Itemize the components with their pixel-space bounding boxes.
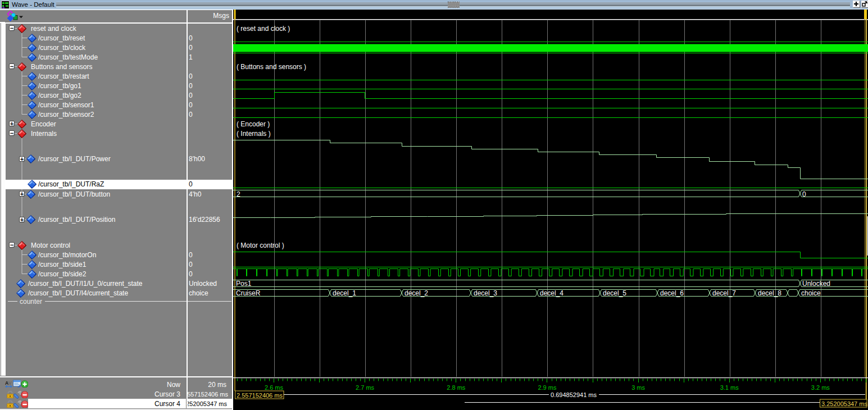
svg-text:3 ms: 3 ms [631,384,645,391]
svg-text:decel_2: decel_2 [405,289,428,297]
svg-text:2.557152406 ms: 2.557152406 ms [237,392,283,399]
svg-text:2: 2 [237,190,240,198]
svg-text:2.9 ms: 2.9 ms [538,384,557,391]
svg-text:2.8 ms: 2.8 ms [447,384,466,391]
svg-text:Pos1: Pos1 [236,280,252,288]
svg-text:decel_3: decel_3 [474,289,497,297]
svg-text:0.694852941 ms: 0.694852941 ms [551,391,597,398]
svg-text:( Motor control ): ( Motor control ) [237,242,284,249]
svg-text:( reset and clock ): ( reset and clock ) [237,25,290,33]
svg-text:decel_5: decel_5 [603,289,626,297]
svg-text:V: V [8,380,12,386]
svg-text:0: 0 [802,190,806,198]
svg-text:CruiseR: CruiseR [236,289,261,297]
svg-text:choice: choice [801,289,821,297]
svg-text:decel_4: decel_4 [540,289,563,297]
svg-text:decel_6: decel_6 [660,289,684,297]
svg-text:( Encoder ): ( Encoder ) [237,120,270,128]
svg-text:3.2 ms: 3.2 ms [811,384,830,391]
svg-text:decel_8: decel_8 [758,289,781,297]
svg-text:3.1 ms: 3.1 ms [720,384,739,391]
svg-text:decel_7: decel_7 [712,289,736,297]
svg-text:2.6 ms: 2.6 ms [265,384,284,391]
svg-text:Unlocked: Unlocked [802,280,830,288]
svg-text:2.7 ms: 2.7 ms [356,384,375,391]
svg-text:( Buttons and sensors ): ( Buttons and sensors ) [237,63,306,71]
svg-text:( Internals ): ( Internals ) [237,130,271,138]
svg-text:3.252005347 ms: 3.252005347 ms [821,400,867,407]
svg-text:decel_1: decel_1 [333,289,356,297]
